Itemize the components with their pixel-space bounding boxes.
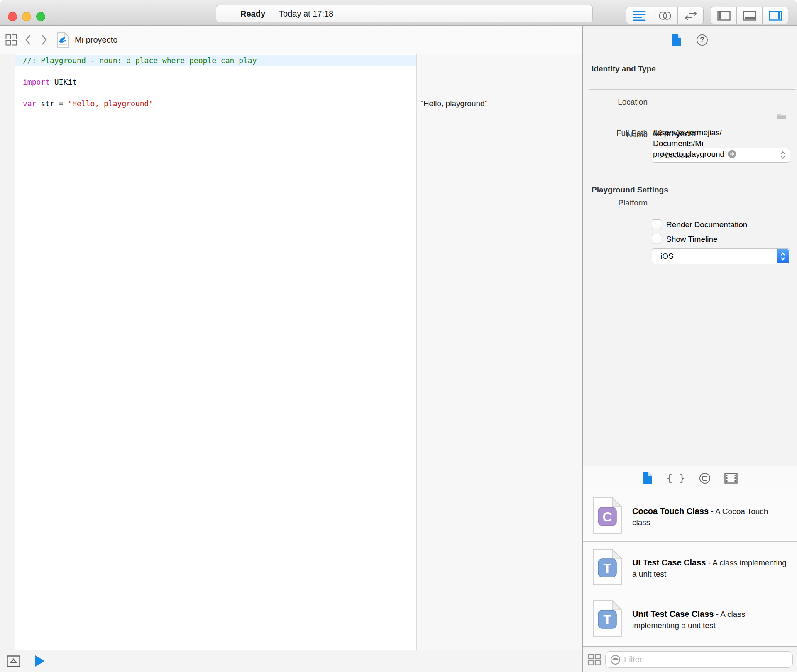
template-item-text: UI Test Case Class - A class implementin…: [632, 557, 787, 579]
file-templates-tab[interactable]: [642, 472, 653, 485]
settings-section-title: Playground Settings: [592, 185, 668, 195]
render-documentation-checkbox[interactable]: [652, 219, 661, 229]
location-label: Location: [583, 97, 648, 107]
library-filter-bar: [583, 646, 797, 672]
debug-area-panel-icon: [743, 11, 756, 21]
editor-mode-buttons: [626, 7, 704, 24]
status-text: Ready: [240, 9, 265, 19]
open-path-arrow-button[interactable]: [728, 150, 736, 161]
render-documentation-label: Render Documentation: [666, 220, 747, 229]
platform-value: iOS: [660, 252, 674, 261]
toggle-debug-area-button[interactable]: [736, 7, 763, 24]
template-title: UI Test Case Class: [632, 558, 706, 567]
close-window-button[interactable]: [8, 12, 17, 21]
list-item[interactable]: T Unit Test Case Class - A class impleme…: [583, 593, 797, 646]
go-back-button[interactable]: [24, 34, 32, 46]
activity-viewer: Ready Today at 17:18: [216, 5, 593, 22]
status-divider: [272, 8, 272, 19]
playground-result-value[interactable]: "Hello, playground": [421, 98, 487, 109]
status-timestamp: Today at 17:18: [279, 9, 333, 19]
grid-view-icon: [588, 654, 601, 665]
unit-test-case-class-file-icon: T: [593, 600, 622, 639]
show-timeline-checkbox[interactable]: [652, 234, 661, 243]
xcode-window: Ready Today at 17:18: [0, 0, 797, 672]
braces-icon: { }: [666, 472, 685, 484]
show-timeline-label: Show Timeline: [666, 235, 718, 244]
help-icon: ?: [700, 36, 704, 44]
minimize-window-button[interactable]: [22, 12, 31, 21]
filter-input[interactable]: [605, 651, 793, 668]
chevron-right-icon: [40, 34, 48, 46]
platform-popup[interactable]: iOS: [652, 248, 790, 264]
plain-token: UIKit: [50, 78, 77, 86]
separator: [589, 89, 795, 90]
template-title: Cocoa Touch Class: [632, 506, 709, 516]
run-playground-button[interactable]: [35, 655, 45, 667]
editor-gutter: [0, 54, 15, 650]
inspector-panel-icon: [769, 11, 782, 21]
choose-location-button[interactable]: [777, 113, 787, 120]
separator: [589, 214, 797, 214]
filter-field-wrap: [605, 651, 793, 668]
list-item[interactable]: T UI Test Case Class - A class implement…: [583, 542, 797, 593]
titlebar: Ready Today at 17:18: [0, 0, 797, 26]
code-line-4: [23, 88, 257, 98]
assistant-editor-button[interactable]: [652, 7, 678, 24]
playground-results-sidebar: "Hello, playground": [417, 54, 582, 650]
view-mode-button[interactable]: [588, 654, 601, 665]
inspector-panel: Identity and Type Name Mi proyecto Locat…: [583, 54, 797, 672]
list-item[interactable]: C Cocoa Touch Class - A Cocoa Touch clas…: [583, 490, 797, 542]
full-path-label: Full Path: [583, 129, 648, 138]
section-separator: [583, 175, 797, 175]
badge-letter: T: [603, 612, 611, 627]
go-forward-button[interactable]: [40, 34, 48, 46]
toggle-navigator-button[interactable]: [711, 7, 737, 24]
file-template-icon: [642, 472, 653, 485]
library-selector-strip: { }: [583, 466, 797, 490]
media-library-tab[interactable]: [724, 473, 738, 484]
code-text[interactable]: //: Playground - noun: a place where peo…: [23, 55, 257, 109]
template-item-text: Cocoa Touch Class - A Cocoa Touch class: [632, 506, 787, 528]
string-token: "Hello, playground": [68, 99, 153, 108]
standard-editor-button[interactable]: [626, 7, 652, 24]
keyword-token: import: [23, 78, 50, 86]
ui-test-case-class-file-icon: T: [593, 549, 622, 587]
object-library-icon: [699, 472, 711, 484]
filter-icon: [610, 655, 621, 667]
related-items-button[interactable]: [5, 34, 17, 46]
identity-section-title: Identity and Type: [592, 64, 656, 73]
play-icon: [35, 655, 45, 667]
folder-icon: [777, 113, 787, 120]
arrow-circle-icon: [728, 150, 736, 158]
full-path-line: /Users/javiermejias/: [653, 127, 736, 138]
jump-bar-file-label[interactable]: Mi proyecto: [75, 35, 117, 45]
full-path-line: proyecto.playground: [653, 149, 736, 161]
code-snippets-tab[interactable]: { }: [666, 473, 685, 483]
source-editor[interactable]: //: Playground - noun: a place where peo…: [0, 54, 582, 650]
file-inspector-tab[interactable]: [672, 34, 682, 46]
assistant-editor-icon: [658, 11, 672, 21]
related-items-icon: [5, 34, 17, 46]
keyword-token: var: [23, 99, 37, 108]
version-editor-button[interactable]: [677, 7, 704, 24]
code-line-2: [23, 66, 257, 77]
full-path-value: /Users/javiermejias/ Documents/Mi proyec…: [653, 127, 736, 161]
popup-chevrons-icon: [777, 249, 789, 263]
zoom-window-button[interactable]: [36, 12, 45, 21]
standard-editor-icon: [633, 10, 646, 21]
file-inspector-icon: [672, 34, 682, 46]
quick-help-inspector-tab[interactable]: ?: [697, 34, 708, 46]
code-line-5: var str = "Hello, playground": [23, 98, 257, 109]
workspace-panel-buttons: [711, 7, 788, 24]
toggle-debug-area-button-small[interactable]: [7, 655, 20, 667]
code-line-1: //: Playground - noun: a place where peo…: [23, 55, 257, 66]
object-library-tab[interactable]: [699, 472, 711, 484]
badge-letter: T: [603, 561, 611, 576]
platform-label: Platform: [583, 198, 648, 207]
code-line-3: import UIKit: [23, 77, 257, 88]
toggle-inspector-button[interactable]: [762, 7, 788, 24]
swift-playground-file-icon: [57, 32, 69, 48]
chevron-left-icon: [24, 34, 32, 46]
dropdown-chevrons-icon: [780, 151, 785, 160]
comment-token: //: Playground - noun: a place where peo…: [23, 56, 257, 65]
